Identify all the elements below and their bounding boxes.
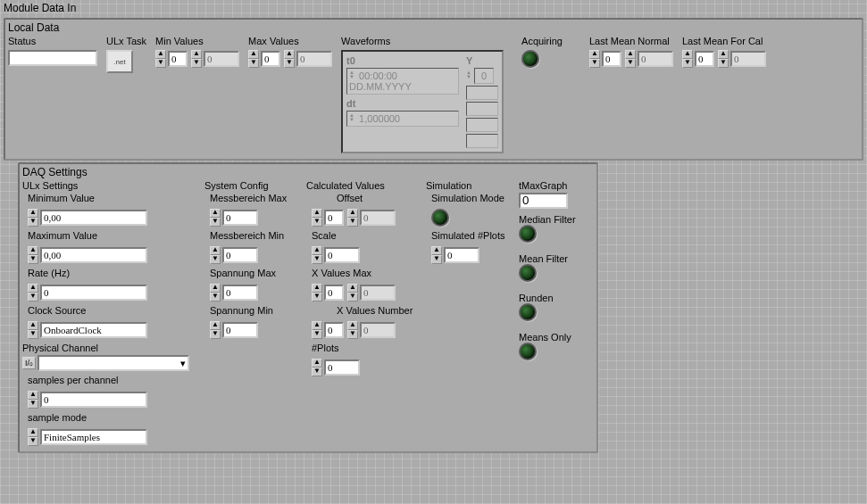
physical-channel-field[interactable]: I/₀ ▾ — [22, 355, 201, 371]
mean-filter-label: Mean Filter — [519, 253, 568, 264]
offset-value-input[interactable] — [360, 210, 396, 226]
last-mean-normal-value[interactable]: ▲▼ — [625, 50, 673, 68]
sample-mode-field[interactable]: ▲▼ — [28, 428, 201, 446]
dotnet-icon[interactable]: .net — [106, 50, 133, 73]
chevron-down-icon: ▾ — [180, 358, 186, 369]
x-values-number-value[interactable]: ▲▼ — [347, 321, 396, 339]
messbereich-max-input[interactable] — [222, 210, 258, 226]
last-mean-cal-index[interactable]: ▲▼ — [682, 50, 714, 68]
status-field[interactable] — [8, 50, 97, 66]
rate-input[interactable] — [40, 285, 147, 301]
simulated-plots-input[interactable] — [444, 247, 479, 263]
last-mean-cal-index-input[interactable] — [695, 51, 714, 67]
acquiring-led — [521, 50, 539, 68]
messbereich-max-field[interactable]: ▲▼ — [210, 209, 303, 227]
acquiring-label: Acquiring — [521, 36, 563, 46]
clock-source-input[interactable] — [40, 322, 147, 338]
max-value-field[interactable]: ▲▼ — [28, 246, 201, 264]
max-values-label: Max Values — [248, 36, 332, 46]
scale-label: Scale — [312, 230, 422, 241]
min-values-index[interactable]: ▲▼ — [155, 50, 188, 68]
sample-mode-input[interactable] — [40, 429, 147, 445]
x-values-max-value[interactable]: ▲▼ — [347, 284, 396, 302]
min-value-input[interactable] — [40, 210, 147, 226]
scale-input[interactable] — [324, 247, 360, 263]
x-values-number-index-input[interactable] — [324, 322, 344, 338]
max-values-value-input[interactable] — [296, 51, 332, 67]
y-value-0[interactable]: 0 — [474, 68, 494, 84]
messbereich-min-label: Messbereich Min — [210, 230, 303, 241]
simulation-caption: Simulation — [426, 180, 515, 191]
local-data-caption: Local Data — [8, 21, 859, 34]
runden-label: Runden — [519, 293, 554, 303]
y-value-4[interactable] — [466, 134, 498, 148]
samples-per-channel-input[interactable] — [40, 392, 147, 408]
local-data-frame: Local Data Status ULx Task .net Min Valu… — [4, 18, 863, 161]
dt-field[interactable]: ▲▼ 1,000000 — [346, 111, 459, 127]
median-filter-led[interactable] — [519, 225, 537, 243]
offset-index[interactable]: ▲▼ — [312, 209, 344, 227]
ulx-task-label: ULx Task — [106, 36, 146, 46]
daq-settings-frame: DAQ Settings ULx Settings Minimum Value … — [18, 162, 598, 453]
waveforms-cluster: t0 ▲▼ 00:00:00 DD.MM.YYYY dt ▲▼ 1,000000 — [341, 50, 504, 153]
messbereich-min-field[interactable]: ▲▼ — [210, 246, 303, 264]
last-mean-cal-label: Last Mean For Cal — [682, 36, 766, 46]
x-values-number-label: X Values Number — [312, 305, 422, 316]
last-mean-normal-index[interactable]: ▲▼ — [589, 50, 621, 68]
scale-field[interactable]: ▲▼ — [312, 246, 422, 264]
y-label: Y — [466, 55, 472, 66]
x-values-number-value-input[interactable] — [360, 322, 396, 338]
min-values-value[interactable]: ▲▼ — [191, 50, 239, 68]
samples-per-channel-field[interactable]: ▲▼ — [28, 391, 201, 409]
max-values-value[interactable]: ▲▼ — [284, 50, 332, 68]
means-only-led[interactable] — [519, 343, 537, 360]
mean-filter-led[interactable] — [519, 264, 537, 282]
plots-input[interactable] — [324, 359, 360, 376]
spannung-max-label: Spannung Max — [210, 268, 303, 278]
last-mean-cal-value-input[interactable] — [730, 51, 766, 67]
min-values-index-input[interactable] — [168, 51, 188, 67]
messbereich-max-label: Messbereich Max — [210, 193, 303, 203]
x-values-max-value-input[interactable] — [360, 285, 396, 301]
last-mean-normal-value-input[interactable] — [638, 51, 673, 67]
max-value-input[interactable] — [40, 247, 147, 263]
rate-field[interactable]: ▲▼ — [28, 284, 201, 302]
plots-field[interactable]: ▲▼ — [312, 359, 422, 376]
simulation-mode-label: Simulation Mode — [431, 193, 515, 203]
t0-field[interactable]: ▲▼ 00:00:00 DD.MM.YYYY — [346, 68, 459, 95]
dt-label: dt — [346, 98, 459, 109]
spannung-min-field[interactable]: ▲▼ — [210, 321, 303, 339]
offset-index-input[interactable] — [324, 210, 344, 226]
y-value-2[interactable] — [466, 102, 498, 116]
last-mean-normal-index-input[interactable] — [602, 51, 621, 67]
min-value-field[interactable]: ▲▼ — [28, 209, 201, 227]
offset-value[interactable]: ▲▼ — [347, 209, 396, 227]
spannung-max-input[interactable] — [222, 285, 258, 301]
y-value-1[interactable] — [466, 86, 498, 100]
last-mean-cal-value[interactable]: ▲▼ — [718, 50, 766, 68]
max-values-index-input[interactable] — [261, 51, 280, 67]
min-values-value-input[interactable] — [204, 51, 239, 67]
x-values-max-index-input[interactable] — [324, 285, 344, 301]
status-label: Status — [8, 36, 97, 46]
waveforms-label: Waveforms — [341, 36, 504, 46]
module-title: Module Data In — [0, 0, 867, 16]
min-value-label: Minimum Value — [28, 193, 201, 203]
simulated-plots-field[interactable]: ▲▼ — [431, 246, 515, 264]
y-value-3[interactable] — [466, 118, 498, 132]
x-values-number-index[interactable]: ▲▼ — [312, 321, 344, 339]
spannung-min-input[interactable] — [222, 322, 258, 338]
tmaxgraph-input[interactable] — [519, 193, 568, 209]
max-value-label: Maximum Value — [28, 230, 201, 241]
plots-label: #Plots — [312, 343, 422, 353]
calculated-values-caption: Calculated Values — [306, 180, 422, 191]
clock-source-field[interactable]: ▲▼ — [28, 321, 201, 339]
max-values-index[interactable]: ▲▼ — [248, 50, 280, 68]
spannung-max-field[interactable]: ▲▼ — [210, 284, 303, 302]
tmaxgraph-caption: tMaxGraph — [519, 180, 590, 191]
simulation-mode-led[interactable] — [431, 209, 449, 227]
messbereich-min-input[interactable] — [222, 247, 258, 263]
x-values-max-index[interactable]: ▲▼ — [312, 284, 344, 302]
runden-led[interactable] — [519, 303, 537, 321]
sample-mode-label: sample mode — [28, 412, 201, 423]
